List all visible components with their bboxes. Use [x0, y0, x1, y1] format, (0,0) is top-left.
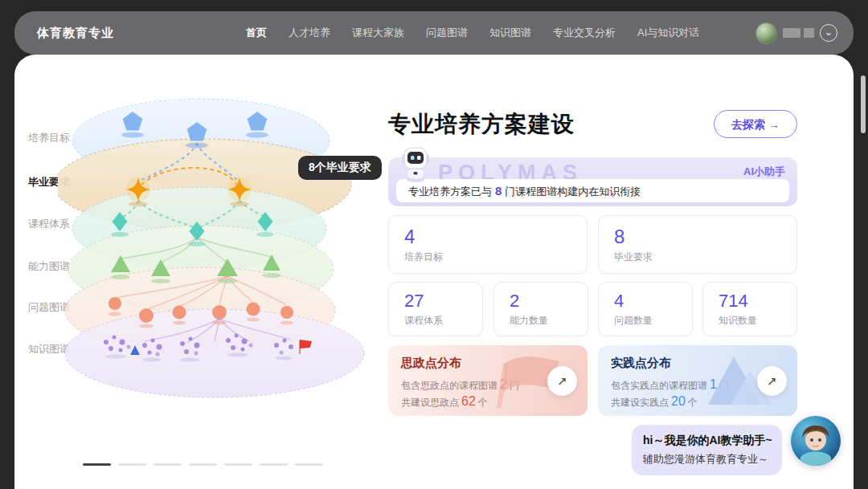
stat-value: 4	[404, 226, 587, 248]
page-dash[interactable]	[154, 463, 182, 466]
stat-label: 知识数量	[719, 314, 796, 328]
page-dash[interactable]	[295, 463, 323, 466]
nav-item-question-graph[interactable]: 问题图谱	[426, 26, 468, 40]
stat-value: 2	[510, 291, 588, 312]
stat-value: 8	[614, 226, 796, 248]
page-scrollbar[interactable]	[861, 75, 866, 133]
user-name-redacted	[783, 28, 814, 38]
main-content: 培养目标 毕业要求 课程体系 能力图谱 问题图谱 知识图谱	[14, 55, 854, 489]
page-dash[interactable]	[83, 463, 111, 466]
app-logo: 体育教育专业	[37, 26, 114, 41]
stat-label: 培养目标	[404, 251, 587, 264]
page-dash[interactable]	[118, 463, 146, 466]
chat-line-1: hi～我是你的AI教学助手~	[643, 434, 771, 448]
layer-tooltip: 8个毕业要求	[298, 156, 382, 180]
nav-item-cross-analysis[interactable]: 专业交叉分析	[553, 26, 616, 40]
stat-card-knowledge[interactable]: 714 知识数量	[702, 282, 797, 336]
banner-message: 专业培养方案已与8门课程图谱构建内在知识衔接	[396, 179, 789, 202]
chevron-down-icon[interactable]: ⌄	[820, 24, 837, 42]
carousel-pagination	[83, 463, 323, 466]
stat-label: 课程体系	[404, 314, 482, 328]
page-dash[interactable]	[224, 463, 252, 466]
chat-line-2: 辅助您漫游体育教育专业～	[643, 452, 771, 467]
ai-assistant-avatar[interactable]	[791, 416, 841, 466]
stat-card-graduation[interactable]: 8 毕业要求	[598, 215, 797, 274]
user-avatar[interactable]	[755, 22, 777, 44]
ideology-points-card[interactable]: 思政点分布 包含思政点的课程图谱2门 共建设思政点62个 ↗	[388, 345, 588, 416]
page-dash[interactable]	[189, 463, 217, 466]
page-title: 专业培养方案建设	[388, 109, 575, 140]
user-menu[interactable]: ⌄	[755, 22, 837, 44]
page-dash[interactable]	[260, 463, 288, 466]
ai-assistant-banner: POLYMAS AI小助手 专业培养方案已与8门课程图谱构建内在知识衔接	[388, 157, 797, 206]
top-navbar: 体育教育专业 首页 人才培养 课程大家族 问题图谱 知识图谱 专业交叉分析 AI…	[14, 11, 854, 55]
open-practice-button[interactable]: ↗	[757, 366, 787, 396]
stat-card-goals[interactable]: 4 培养目标	[388, 215, 588, 274]
practice-points-card[interactable]: 实践点分布 包含实践点的课程图谱1门 共建设实践点20个 ↗	[598, 345, 797, 416]
stat-card-question[interactable]: 4 问题数量	[598, 282, 693, 336]
ai-chat-bubble: hi～我是你的AI教学助手~ 辅助您漫游体育教育专业～	[632, 425, 782, 475]
stat-label: 问题数量	[614, 314, 692, 328]
banner-message-number: 8	[495, 184, 502, 198]
open-ideology-button[interactable]: ↗	[547, 366, 577, 396]
stat-value: 27	[404, 291, 482, 312]
nav-item-ai-dialog[interactable]: AI与知识对话	[637, 26, 699, 40]
explore-button[interactable]: 去探索 →	[714, 110, 797, 138]
ai-helper-badge[interactable]: AI小助手	[743, 165, 785, 179]
nav-item-knowledge-graph[interactable]: 知识图谱	[489, 26, 531, 40]
robot-icon	[399, 145, 432, 183]
nav-item-home[interactable]: 首页	[246, 26, 267, 40]
stat-value: 4	[614, 291, 692, 312]
stat-label: 毕业要求	[614, 251, 796, 264]
stat-value: 714	[719, 291, 796, 312]
knowledge-stack-visualization[interactable]	[58, 87, 387, 400]
stat-label: 能力数量	[510, 314, 588, 328]
stat-card-ability[interactable]: 2 能力数量	[493, 282, 588, 336]
nav-item-talent[interactable]: 人才培养	[289, 26, 330, 40]
main-nav: 首页 人才培养 课程大家族 问题图谱 知识图谱 专业交叉分析 AI与知识对话	[246, 26, 699, 40]
stat-card-curriculum[interactable]: 27 课程体系	[388, 282, 483, 336]
nav-item-courses[interactable]: 课程大家族	[352, 26, 404, 40]
